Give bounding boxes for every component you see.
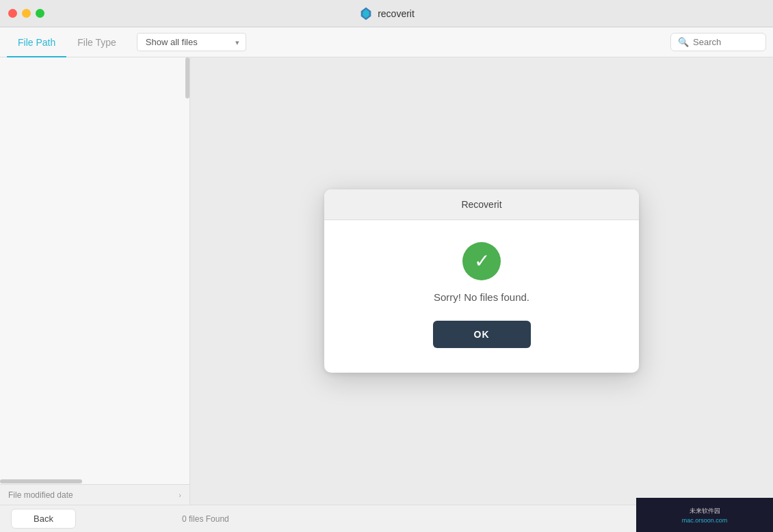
maximize-button[interactable] xyxy=(36,9,44,18)
ok-button[interactable]: OK xyxy=(433,321,531,348)
watermark: 未来软件园 mac.orsoon.com xyxy=(636,498,773,532)
files-found-label: 0 files Found xyxy=(182,514,229,524)
title-bar: recoverit xyxy=(0,0,773,27)
close-button[interactable] xyxy=(8,9,17,18)
dialog-body: ✓ Sorry! No files found. OK xyxy=(324,220,639,373)
back-button[interactable]: Back xyxy=(11,509,76,529)
success-icon: ✓ xyxy=(462,242,501,280)
scrollbar-track xyxy=(185,57,189,505)
minimize-button[interactable] xyxy=(22,9,31,18)
filter-dropdown-wrapper: Show all filesImagesVideosAudioDocuments… xyxy=(137,33,246,51)
chevron-right-icon: › xyxy=(179,491,181,499)
app-logo: recoverit xyxy=(358,6,415,21)
watermark-url: mac.orsoon.com xyxy=(682,517,728,524)
search-box: 🔍 xyxy=(670,33,766,51)
watermark-text-1: 未来软件园 xyxy=(690,507,720,516)
scrollbar-thumb[interactable] xyxy=(185,57,189,98)
filter-select[interactable]: Show all filesImagesVideosAudioDocuments… xyxy=(137,33,246,51)
dialog: Recoverit ✓ Sorry! No files found. OK xyxy=(324,189,639,373)
tab-file-path[interactable]: File Path xyxy=(7,27,66,57)
dialog-message: Sorry! No files found. xyxy=(434,291,529,303)
tab-file-type[interactable]: File Type xyxy=(66,27,127,57)
tab-bar: File Path File Type Show all filesImages… xyxy=(0,27,773,57)
window-controls xyxy=(8,9,44,18)
scrollbar-thumb-h[interactable] xyxy=(0,479,82,483)
app-logo-icon xyxy=(358,6,374,21)
horizontal-scrollbar xyxy=(0,479,189,484)
checkmark-icon: ✓ xyxy=(474,252,490,271)
app-title: recoverit xyxy=(378,8,415,19)
main-area: File modified date › Recoverit ✓ Sorry! … xyxy=(0,57,773,505)
sidebar-bottom-label[interactable]: File modified date › xyxy=(0,484,189,505)
dialog-title: Recoverit xyxy=(324,189,639,220)
content-area: Recoverit ✓ Sorry! No files found. OK xyxy=(190,57,773,505)
sidebar-content xyxy=(0,57,189,484)
search-input[interactable] xyxy=(693,37,759,47)
search-icon: 🔍 xyxy=(678,37,689,47)
dialog-overlay: Recoverit ✓ Sorry! No files found. OK xyxy=(190,57,773,505)
sidebar: File modified date › xyxy=(0,57,190,505)
